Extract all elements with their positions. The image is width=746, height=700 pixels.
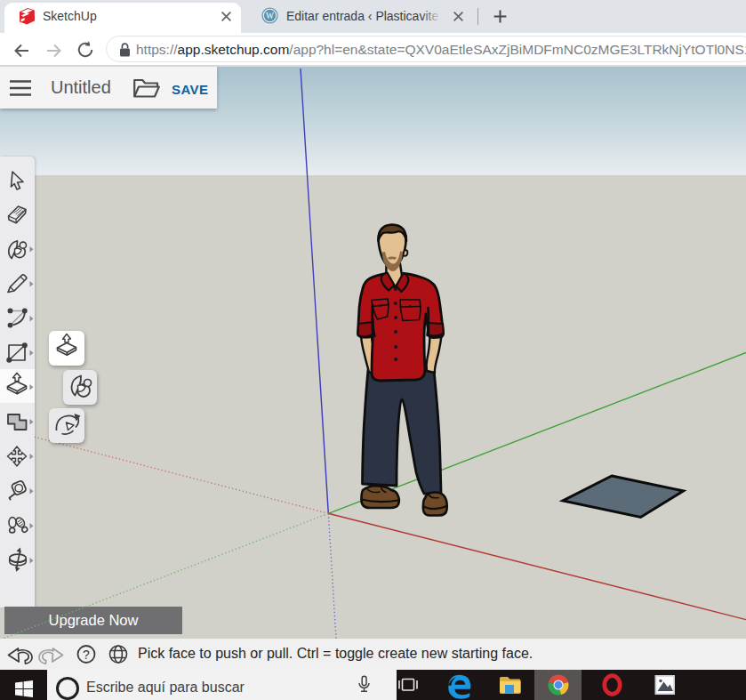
svg-text:?: ? (83, 648, 90, 662)
svg-text:W: W (266, 12, 274, 20)
